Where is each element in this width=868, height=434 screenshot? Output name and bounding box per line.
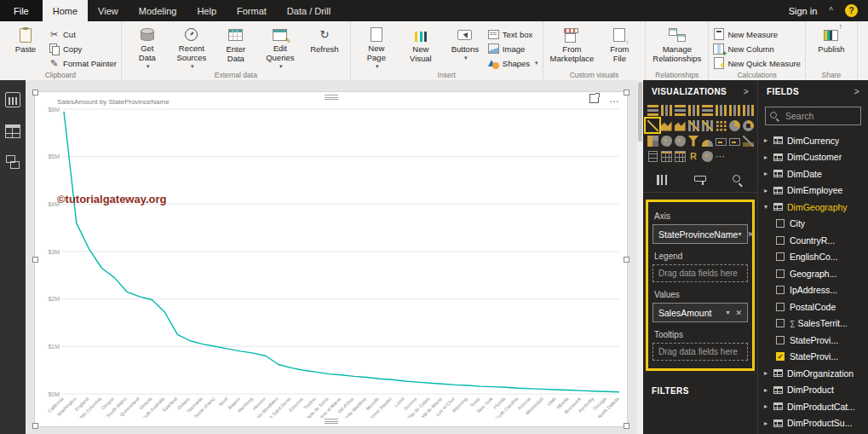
table-icon[interactable] bbox=[659, 149, 673, 163]
line-chart-icon[interactable] bbox=[646, 119, 659, 132]
stacked-bar-chart-icon[interactable] bbox=[646, 103, 659, 117]
matrix-icon[interactable] bbox=[673, 149, 687, 163]
fields-search-input[interactable] bbox=[784, 110, 856, 122]
collapse-fields-icon[interactable]: > bbox=[854, 87, 859, 96]
r-script-visual-icon[interactable]: R bbox=[687, 149, 700, 163]
map-icon[interactable] bbox=[659, 134, 673, 148]
treemap-icon[interactable] bbox=[646, 134, 659, 148]
tab-help[interactable]: Help bbox=[187, 0, 227, 21]
fields-table-dimproductsu[interactable]: ▸DimProductSu... bbox=[758, 415, 868, 432]
from-marketplace-button[interactable]: From Marketplace bbox=[548, 24, 597, 70]
pill-dropdown-icon[interactable]: ▾ bbox=[738, 230, 741, 238]
donut-chart-icon[interactable] bbox=[741, 119, 755, 132]
expand-icon[interactable]: ▸ bbox=[764, 153, 773, 161]
fields-field-stateprovi[interactable]: ✓StateProvi... bbox=[758, 349, 868, 366]
analytics-tab[interactable] bbox=[732, 175, 744, 185]
stacked-area-chart-icon[interactable] bbox=[673, 119, 687, 132]
fields-field-englishco[interactable]: EnglishCo... bbox=[758, 249, 868, 266]
fields-table-dimcustomer[interactable]: ▸DimCustomer bbox=[758, 149, 868, 166]
text-box-button[interactable]: Text box bbox=[488, 28, 538, 40]
checkbox[interactable] bbox=[776, 252, 785, 261]
filled-map-icon[interactable] bbox=[673, 134, 687, 148]
resize-handle[interactable] bbox=[32, 90, 38, 95]
fields-field-salesterrit[interactable]: ∑SalesTerrit... bbox=[758, 315, 868, 333]
clustered-column-chart-icon[interactable] bbox=[687, 103, 700, 117]
new-measure-button[interactable]: New Measure bbox=[713, 28, 801, 40]
well-dropzone-tooltips[interactable]: Drag data fields here bbox=[652, 343, 748, 361]
multi-row-card-icon[interactable] bbox=[727, 134, 741, 148]
expand-icon[interactable]: ▸ bbox=[764, 420, 773, 427]
fields-tab[interactable] bbox=[657, 175, 669, 185]
line-and-stacked-column-chart-icon[interactable] bbox=[700, 119, 714, 132]
scrollbar-thumb[interactable] bbox=[638, 82, 642, 142]
fields-table-dimgeography[interactable]: ▾DimGeography bbox=[758, 199, 868, 216]
resize-handle[interactable] bbox=[624, 423, 629, 429]
arcgis-map-icon[interactable] bbox=[700, 149, 714, 163]
slicer-icon[interactable] bbox=[646, 149, 659, 163]
tab-data-drill[interactable]: Data / Drill bbox=[277, 0, 341, 21]
manage-relationships-button[interactable]: Manage Relationships bbox=[650, 24, 704, 70]
image-button[interactable]: Image bbox=[488, 43, 538, 55]
buttons-button[interactable]: Buttons▾ bbox=[444, 24, 486, 70]
line-chart-visual[interactable]: … SalesAmount by StateProvinceName $0M$1… bbox=[34, 91, 628, 427]
tab-home[interactable]: Home bbox=[43, 0, 88, 21]
drag-grip[interactable] bbox=[325, 419, 338, 424]
edit-queries-button[interactable]: Edit Queries▾ bbox=[259, 24, 302, 70]
fields-table-dimproductcat[interactable]: ▸DimProductCat... bbox=[758, 398, 868, 415]
ribbon-chart-icon[interactable] bbox=[727, 103, 741, 117]
fields-table-dimorganization[interactable]: ▸DimOrganization bbox=[758, 365, 868, 382]
report-canvas[interactable]: … SalesAmount by StateProvinceName $0M$1… bbox=[26, 80, 643, 434]
gauge-icon[interactable] bbox=[700, 134, 714, 148]
resize-handle[interactable] bbox=[32, 257, 38, 263]
format-tab[interactable] bbox=[694, 175, 706, 185]
fields-field-stateprovi[interactable]: StateProvi... bbox=[758, 332, 868, 349]
checkbox[interactable] bbox=[776, 303, 785, 311]
data-view-button[interactable] bbox=[5, 124, 20, 138]
100-stacked-column-chart-icon[interactable] bbox=[714, 103, 727, 117]
visual-more-options-icon[interactable]: … bbox=[609, 95, 620, 103]
fields-field-countryr[interactable]: CountryR... bbox=[758, 232, 868, 249]
fields-table-dimdate[interactable]: ▸DimDate bbox=[758, 165, 868, 182]
paste-button[interactable]: Paste bbox=[4, 24, 47, 70]
expand-icon[interactable]: ▸ bbox=[764, 170, 773, 177]
new-quick-measure-button[interactable]: New Quick Measure bbox=[713, 57, 801, 69]
help-icon[interactable]: ? bbox=[845, 4, 858, 17]
refresh-button[interactable]: ↻Refresh bbox=[303, 24, 346, 70]
checkbox[interactable]: ✓ bbox=[776, 352, 785, 361]
resize-handle[interactable] bbox=[624, 257, 629, 263]
more-options-icon[interactable]: ⋯ bbox=[714, 149, 727, 163]
checkbox[interactable] bbox=[776, 286, 785, 294]
fields-field-postalcode[interactable]: PostalCode bbox=[758, 298, 868, 315]
pill-remove-icon[interactable]: ✕ bbox=[735, 309, 742, 317]
new-visual-button[interactable]: New Visual bbox=[400, 24, 442, 70]
fields-table-dimproduct[interactable]: ▸DimProduct bbox=[758, 382, 868, 399]
fields-field-ipaddress[interactable]: IpAddress... bbox=[758, 282, 868, 299]
kpi-icon[interactable] bbox=[741, 134, 755, 148]
well-dropzone-legend[interactable]: Drag data fields here bbox=[652, 264, 748, 282]
line-and-clustered-column-chart-icon[interactable] bbox=[687, 119, 700, 132]
drag-grip[interactable] bbox=[325, 95, 338, 100]
fields-table-dimcurrency[interactable]: ▸DimCurrency bbox=[758, 132, 868, 149]
collapse-visualizations-icon[interactable]: > bbox=[744, 87, 749, 96]
publish-button[interactable]: Publish bbox=[810, 24, 853, 70]
checkbox[interactable] bbox=[776, 319, 785, 327]
sign-in-link[interactable]: Sign in bbox=[789, 6, 818, 16]
expand-icon[interactable]: ▸ bbox=[764, 402, 773, 410]
resize-handle[interactable] bbox=[32, 423, 38, 429]
new-column-button[interactable]: New Column bbox=[713, 43, 801, 55]
stacked-column-chart-icon[interactable] bbox=[659, 103, 673, 117]
new-page-button[interactable]: New Page▾ bbox=[355, 24, 398, 70]
recent-sources-button[interactable]: Recent Sources▾ bbox=[170, 24, 213, 70]
pill-remove-icon[interactable]: ✕ bbox=[747, 230, 754, 239]
from-file-button[interactable]: From File bbox=[598, 24, 641, 70]
focus-mode-icon[interactable] bbox=[589, 94, 599, 103]
enter-data-button[interactable]: Enter Data bbox=[215, 24, 257, 70]
cut-button[interactable]: ✂Cut bbox=[49, 28, 117, 40]
model-view-button[interactable] bbox=[6, 155, 20, 169]
tab-view[interactable]: View bbox=[88, 0, 129, 21]
clustered-bar-chart-icon[interactable] bbox=[673, 103, 687, 117]
get-data-button[interactable]: Get Data▾ bbox=[126, 24, 169, 70]
waterfall-chart-icon[interactable] bbox=[741, 103, 755, 117]
tab-modeling[interactable]: Modeling bbox=[129, 0, 187, 21]
expand-icon[interactable]: ▸ bbox=[764, 187, 773, 194]
